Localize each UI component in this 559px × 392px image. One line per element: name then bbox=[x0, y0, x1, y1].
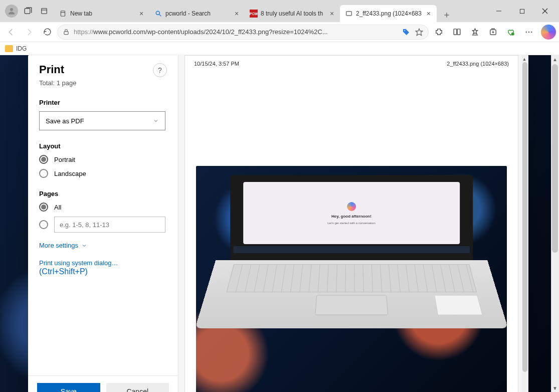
layout-portrait-option[interactable]: Portrait bbox=[39, 155, 167, 164]
maximize-icon bbox=[519, 9, 525, 14]
laptop-keyboard bbox=[195, 260, 508, 328]
tab-close-button[interactable]: × bbox=[137, 10, 145, 18]
tab-close-button[interactable]: × bbox=[233, 10, 241, 18]
pages-all-option[interactable]: All bbox=[39, 203, 167, 212]
preview-timestamp: 10/15/24, 3:57 PM bbox=[194, 61, 239, 67]
printer-label: Printer bbox=[39, 99, 167, 106]
svg-point-26 bbox=[511, 32, 514, 35]
tab-close-button[interactable]: × bbox=[328, 10, 336, 18]
scrollbar-thumb[interactable] bbox=[522, 62, 527, 372]
star-list-icon bbox=[471, 28, 479, 36]
page-scrollbar[interactable]: ▲ ▼ bbox=[551, 55, 559, 392]
favorite-star-icon[interactable] bbox=[415, 28, 423, 36]
preview-image: Hey, good afternoon! Let's get started w… bbox=[196, 166, 507, 392]
bookmarks-bar: IDG bbox=[0, 42, 559, 55]
address-bar[interactable]: https://www.pcworld.com/wp-content/uploa… bbox=[57, 25, 429, 40]
collections-button[interactable] bbox=[485, 24, 501, 40]
trackpad bbox=[315, 295, 388, 315]
svg-rect-15 bbox=[64, 31, 68, 34]
image-icon bbox=[345, 10, 353, 18]
arrow-right-icon bbox=[25, 28, 34, 37]
favorites-button[interactable] bbox=[467, 24, 483, 40]
refresh-icon bbox=[43, 28, 52, 36]
svg-marker-20 bbox=[472, 29, 477, 34]
folder-icon bbox=[5, 45, 13, 52]
tab-actions-icon bbox=[40, 7, 48, 15]
radio-unchecked-icon bbox=[39, 220, 48, 229]
extensions-button[interactable] bbox=[431, 24, 447, 40]
scroll-down-icon[interactable]: ▼ bbox=[551, 384, 559, 392]
system-dialog-label: Print using system dialog… bbox=[39, 259, 118, 267]
workspaces-button[interactable] bbox=[20, 3, 36, 19]
browser-titlebar: New tab × pcworld - Search × PCW 8 truly… bbox=[0, 0, 559, 22]
pages-label: Pages bbox=[39, 190, 167, 198]
tab-close-button[interactable]: × bbox=[425, 10, 433, 18]
heart-badge-icon bbox=[506, 28, 515, 37]
shopping-tag-icon[interactable] bbox=[402, 28, 410, 36]
forward-button[interactable] bbox=[21, 24, 37, 40]
copilot-button[interactable] bbox=[541, 25, 556, 40]
page-content: ▲ ▼ Print Total: 1 page ? Printer Save a… bbox=[0, 55, 559, 392]
settings-more-button[interactable] bbox=[521, 24, 537, 40]
pcw-favicon: PCW bbox=[250, 10, 258, 18]
svg-rect-18 bbox=[454, 29, 457, 35]
back-button[interactable] bbox=[3, 24, 19, 40]
system-dialog-shortcut: (Ctrl+Shift+P) bbox=[39, 267, 88, 276]
tab-image[interactable]: 2_ff2433.png (1024×683 × bbox=[340, 5, 437, 22]
printer-select[interactable]: Save as PDF bbox=[39, 111, 165, 130]
svg-point-29 bbox=[531, 31, 532, 32]
tab-search[interactable]: pcworld - Search × bbox=[149, 5, 245, 22]
svg-line-7 bbox=[159, 15, 161, 17]
print-help-button[interactable]: ? bbox=[153, 63, 167, 77]
tab-label: pcworld - Search bbox=[165, 10, 230, 17]
save-button[interactable]: Save bbox=[37, 383, 100, 392]
radio-checked-icon bbox=[39, 203, 48, 212]
radio-checked-icon bbox=[39, 155, 48, 164]
tab-actions-button[interactable] bbox=[36, 3, 52, 19]
pages-custom-option[interactable] bbox=[39, 217, 167, 233]
lock-icon bbox=[63, 29, 70, 36]
more-settings-label: More settings bbox=[39, 242, 78, 249]
preview-scrollbar[interactable]: ▲ ▼ bbox=[521, 55, 528, 392]
new-tab-button[interactable] bbox=[440, 8, 454, 22]
refresh-button[interactable] bbox=[39, 24, 55, 40]
minimize-button[interactable] bbox=[488, 3, 510, 19]
bookmark-idg[interactable]: IDG bbox=[16, 45, 27, 52]
split-icon bbox=[453, 28, 461, 36]
greeting-text: Hey, good afternoon! bbox=[331, 214, 371, 219]
cancel-label: Cancel bbox=[126, 387, 148, 392]
laptop-screen: Hey, good afternoon! Let's get started w… bbox=[230, 175, 473, 260]
copilot-icon bbox=[347, 202, 356, 211]
keyboard-keys bbox=[226, 264, 476, 292]
system-dialog-link[interactable]: Print using system dialog… (Ctrl+Shift+P… bbox=[39, 258, 167, 276]
greeting-sub: Let's get started with a conversation bbox=[327, 222, 376, 225]
radio-unchecked-icon bbox=[39, 169, 48, 178]
tab-article[interactable]: PCW 8 truly useful AI tools th × bbox=[245, 5, 340, 22]
question-icon: ? bbox=[158, 66, 162, 74]
maximize-button[interactable] bbox=[511, 3, 533, 19]
svg-point-28 bbox=[528, 31, 529, 32]
tab-new-tab[interactable]: New tab × bbox=[54, 5, 149, 22]
pages-range-input[interactable] bbox=[54, 217, 165, 233]
layout-landscape-label: Landscape bbox=[54, 170, 86, 177]
layout-landscape-option[interactable]: Landscape bbox=[39, 169, 167, 178]
collections-icon bbox=[489, 28, 497, 36]
svg-marker-17 bbox=[416, 29, 422, 35]
svg-point-6 bbox=[156, 11, 159, 15]
profile-button[interactable] bbox=[5, 5, 18, 18]
workspaces-icon bbox=[24, 7, 33, 16]
scrollbar-thumb[interactable] bbox=[552, 64, 558, 253]
print-total: Total: 1 page bbox=[39, 79, 76, 87]
scroll-up-icon[interactable]: ▲ bbox=[551, 55, 559, 63]
layout-portrait-label: Portrait bbox=[54, 156, 75, 163]
performance-button[interactable] bbox=[503, 24, 519, 40]
close-window-button[interactable] bbox=[534, 3, 556, 19]
print-dialog: Print Total: 1 page ? Printer Save as PD… bbox=[28, 55, 528, 392]
laptop-taskbar bbox=[233, 246, 470, 253]
browser-toolbar: https://www.pcworld.com/wp-content/uploa… bbox=[0, 22, 559, 42]
more-settings-toggle[interactable]: More settings bbox=[39, 242, 167, 249]
svg-rect-19 bbox=[457, 29, 460, 35]
split-screen-button[interactable] bbox=[449, 24, 465, 40]
window-controls bbox=[488, 3, 556, 19]
cancel-button[interactable]: Cancel bbox=[106, 383, 169, 392]
